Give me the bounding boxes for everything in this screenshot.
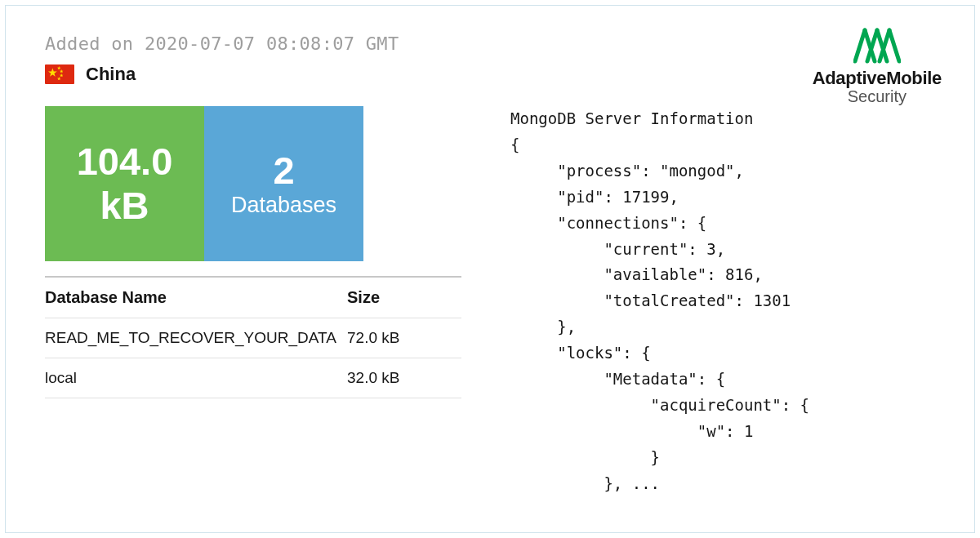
server-info-title: MongoDB Server Information xyxy=(510,106,935,132)
brand-line2: Security xyxy=(813,87,942,106)
stat-db-label: Databases xyxy=(204,193,363,218)
database-table: Database Name Size READ_ME_TO_RECOVER_YO… xyxy=(45,276,461,398)
db-name: READ_ME_TO_RECOVER_YOUR_DATA xyxy=(45,329,347,347)
table-header-row: Database Name Size xyxy=(45,278,461,318)
stat-db-count: 2 Databases xyxy=(204,106,363,261)
right-column: MongoDB Server Information { "process": … xyxy=(510,106,935,497)
stat-db-number: 2 xyxy=(204,149,363,192)
db-size: 32.0 kB xyxy=(347,369,461,387)
china-flag-icon: ★ ★★★★ xyxy=(45,64,74,84)
col-header-size: Size xyxy=(347,288,461,307)
report-card: Added on 2020-07-07 08:08:07 GMT ★ ★★★★ … xyxy=(5,5,975,533)
table-row: local 32.0 kB xyxy=(45,358,461,398)
brand-logo: AdaptiveMobile Security xyxy=(813,27,942,106)
country-row: ★ ★★★★ China xyxy=(45,64,935,85)
adaptive-mobile-icon xyxy=(853,27,901,64)
stat-size-value: 104.0 xyxy=(45,140,204,183)
brand-line1: AdaptiveMobile xyxy=(813,68,942,89)
added-on-text: Added on 2020-07-07 08:08:07 GMT xyxy=(45,33,935,54)
db-name: local xyxy=(45,369,347,387)
stat-size-unit: kB xyxy=(45,185,204,227)
db-size: 72.0 kB xyxy=(347,329,461,347)
table-row: READ_ME_TO_RECOVER_YOUR_DATA 72.0 kB xyxy=(45,318,461,358)
left-column: 104.0 kB 2 Databases Database Name Size … xyxy=(45,106,461,398)
stat-tiles: 104.0 kB 2 Databases xyxy=(45,106,461,261)
server-info-json: { "process": "mongod", "pid": 17199, "co… xyxy=(510,132,935,497)
col-header-name: Database Name xyxy=(45,288,347,307)
country-name: China xyxy=(86,64,136,85)
stat-total-size: 104.0 kB xyxy=(45,106,204,261)
